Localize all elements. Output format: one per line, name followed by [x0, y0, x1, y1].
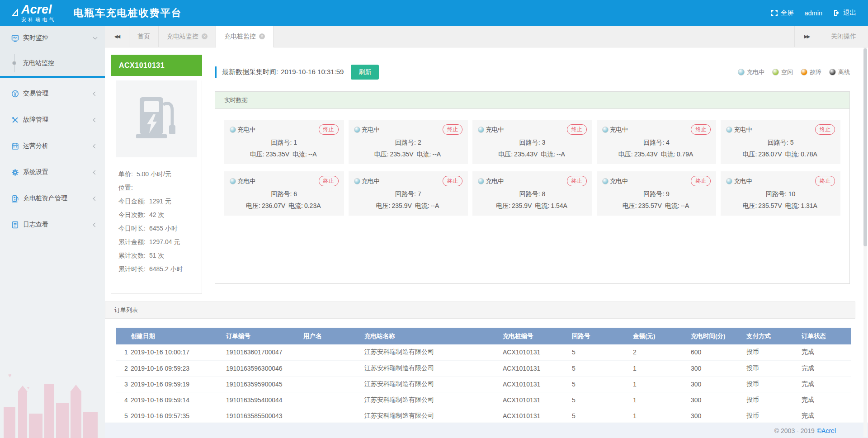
circuit-measurements: 电压:235.57V 电流:1.31A [726, 202, 835, 210]
log-icon [11, 221, 19, 229]
logo-subtitle: 安科瑞电气 [21, 17, 57, 22]
acrel-link[interactable]: ©Acrel [817, 427, 836, 434]
terminate-button[interactable]: 终止 [567, 176, 587, 186]
terminate-button[interactable]: 终止 [691, 176, 711, 186]
legend-item: 故障 [801, 68, 821, 76]
status-label: 充电中 [362, 126, 380, 134]
sidebar-item-station-monitor[interactable]: 充电站监控 [0, 50, 105, 76]
terminate-button[interactable]: 终止 [319, 124, 339, 135]
fullscreen-button[interactable]: 全屏 [771, 9, 794, 17]
status-label: 充电中 [486, 126, 504, 134]
tabs-scroll-left-icon[interactable]: ◀◀ [105, 26, 129, 47]
tab-pile-monitor[interactable]: 充电桩监控 [216, 26, 274, 47]
sidebar-group-logs[interactable]: 日志查看 [0, 212, 105, 238]
terminate-button[interactable]: 终止 [691, 124, 711, 135]
pile-stat-row: 位置: [118, 181, 200, 194]
pile-name: ACX1010131 [111, 55, 202, 76]
circuit-card: 充电中 终止 回路号: 4 电压:235.43V 电流:0.79A [597, 120, 717, 164]
main-content: ACX1010131 [105, 47, 868, 423]
pile-stat-row: 今日时长:6455 小时 [118, 221, 200, 235]
sidebar-group-pile-assets[interactable]: 充电桩资产管理 [0, 185, 105, 212]
pile-asset-icon [11, 195, 19, 203]
logo-brand: Acrel [21, 4, 57, 16]
terminate-button[interactable]: 终止 [443, 124, 462, 135]
analysis-calendar-icon [11, 142, 19, 150]
circuit-measurements: 电压:235.9V 电流:1.54A [478, 202, 587, 210]
sidebar-group-label: 运营分析 [23, 142, 94, 150]
order-row: 5 2019-10-16 09:57:35 1910163585500043 江… [116, 408, 851, 423]
terminate-button[interactable]: 终止 [443, 176, 462, 186]
circuit-measurements: 电压:236.07V 电流:0.78A [726, 151, 835, 159]
realtime-monitor-icon [11, 34, 19, 42]
circuit-card: 充电中 终止 回路号: 3 电压:235.43V 电流:--A [472, 120, 592, 164]
circuit-measurements: 电压:235.35V 电流:--A [230, 151, 339, 159]
username[interactable]: admin [805, 9, 823, 17]
copyright-text: © 2003 - 2019 [774, 427, 815, 434]
order-row: 1 2019-10-16 10:00:17 1910163601700047 江… [116, 344, 851, 360]
collect-time: 最新数据采集时间:2019-10-16 10:31:59 [222, 68, 344, 76]
column-header: 金额(元) [631, 328, 689, 344]
circuit-card: 充电中 终止 回路号: 10 电压:235.57V 电流:1.31A [721, 171, 840, 216]
tab-home[interactable]: 首页 [129, 26, 159, 47]
city-skyline-decoration: ♥ ♥ ♥ [0, 370, 105, 438]
circuit-number: 回路号: 6 [230, 190, 339, 198]
footer: © 2003 - 2019 ©Acrel [105, 423, 868, 438]
tab-label: 充电桩监控 [224, 33, 256, 41]
status-label: 充电中 [610, 126, 628, 134]
sidebar-group-transactions[interactable]: 交易管理 [0, 80, 105, 107]
charging-status-icon [354, 178, 360, 184]
charging-status-icon [726, 178, 732, 184]
sidebar-group-realtime-monitor[interactable]: 实时监控 [0, 26, 105, 50]
status-ball-icon [772, 69, 779, 75]
order-row: 2 2019-10-16 09:59:23 1910163596300046 江… [116, 360, 851, 376]
chevron-left-icon [93, 170, 98, 174]
terminate-button[interactable]: 终止 [815, 124, 835, 135]
fullscreen-icon [771, 9, 778, 17]
status-label: 充电中 [362, 177, 380, 185]
chevron-left-icon [93, 222, 98, 227]
tab-label: 首页 [137, 33, 150, 41]
chevron-left-icon [93, 91, 98, 96]
sidebar-group-faults[interactable]: 故障管理 [0, 107, 105, 133]
circuit-number: 回路号: 8 [478, 190, 587, 198]
tab-station-monitor[interactable]: 充电站监控 [159, 26, 216, 47]
page-scrollbar[interactable] [863, 47, 867, 437]
chevron-left-icon [93, 118, 98, 122]
refresh-button[interactable]: 刷新 [351, 65, 379, 80]
tab-close-icon[interactable] [259, 33, 265, 39]
circuit-number: 回路号: 4 [602, 139, 711, 147]
circuit-number: 回路号: 5 [726, 139, 835, 147]
tabs-scroll-right-icon[interactable]: ▶▶ [794, 26, 819, 47]
terminate-button[interactable]: 终止 [319, 176, 339, 186]
charging-pile-icon [116, 80, 197, 157]
sidebar-group-analysis[interactable]: 运营分析 [0, 133, 105, 159]
sidebar-group-settings[interactable]: 系统设置 [0, 159, 105, 185]
order-list-section: 订单列表 创建日期 [105, 301, 855, 423]
sidebar-group-label: 日志查看 [23, 221, 94, 229]
status-legend: 充电中 空闲 故障 [738, 68, 850, 76]
column-header: 充电时间(分) [689, 328, 745, 344]
close-operations-menu[interactable]: 关闭操作 [819, 26, 868, 47]
legend-item: 空闲 [772, 68, 793, 76]
status-ball-icon [829, 69, 836, 75]
tab-label: 充电站监控 [167, 33, 198, 41]
status-label: 充电中 [237, 126, 256, 134]
column-header: 订单状态 [800, 328, 851, 344]
sidebar-group-label: 实时监控 [23, 34, 94, 42]
circuit-measurements: 电压:235.9V 电流:--A [354, 202, 463, 210]
circuit-card: 充电中 终止 回路号: 6 电压:236.07V 电流:0.23A [224, 171, 344, 216]
circuit-number: 回路号: 2 [354, 139, 463, 147]
logout-button[interactable]: 退出 [833, 9, 856, 17]
circuit-number: 回路号: 10 [726, 190, 835, 198]
column-header: 创建日期 [129, 328, 224, 344]
terminate-button[interactable]: 终止 [567, 124, 587, 135]
charging-status-icon [478, 127, 484, 133]
pile-stat-row: 单价:5.00 小时/元 [118, 167, 200, 181]
order-table-header: 创建日期 订单编号 用户名 充电站名称 充电桩编号 [116, 328, 851, 344]
tab-close-icon[interactable] [202, 33, 208, 39]
scrollbar-thumb[interactable] [863, 48, 867, 246]
terminate-button[interactable]: 终止 [815, 176, 835, 186]
order-list-title: 订单列表 [105, 301, 855, 319]
circuit-measurements: 电压:236.07V 电流:0.23A [230, 202, 339, 210]
fault-icon [11, 116, 19, 124]
